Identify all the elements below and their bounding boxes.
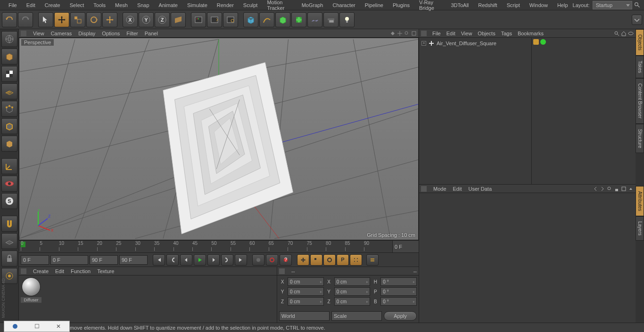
cube-primitive-button[interactable] <box>243 12 258 27</box>
mat-menu-function[interactable]: Function <box>71 268 91 274</box>
lock-icon[interactable] <box>614 186 619 192</box>
menu-redshift[interactable]: Redshift <box>473 2 502 8</box>
expand-icon[interactable]: + <box>421 41 426 46</box>
x-axis-button[interactable]: X <box>123 12 138 27</box>
lasso-tool[interactable] <box>102 12 117 27</box>
close-icon[interactable]: ✕ <box>48 323 69 330</box>
coord-sx-field[interactable]: 0 cm <box>334 277 371 286</box>
polygon-mode-button[interactable] <box>1 136 17 152</box>
material-item[interactable]: Diffuser <box>21 277 41 303</box>
home-icon[interactable] <box>621 31 627 36</box>
mat-menu-texture[interactable]: Texture <box>97 268 114 274</box>
menu-script[interactable]: Script <box>502 2 525 8</box>
menu-file[interactable]: File <box>4 2 22 8</box>
redo-button[interactable] <box>18 12 33 27</box>
menu-motiontracker[interactable]: Motion Tracker <box>262 0 297 11</box>
menu-create[interactable]: Create <box>40 2 65 8</box>
coord-mode-select[interactable]: World <box>279 311 330 321</box>
prev-frame-button[interactable] <box>180 254 192 266</box>
menu-mograph[interactable]: MoGraph <box>297 2 328 8</box>
viewport-menu-filter[interactable]: Filter <box>126 31 138 36</box>
mat-menu-create[interactable]: Create <box>33 268 49 274</box>
key-param-button[interactable]: P <box>337 254 349 266</box>
generator-button[interactable] <box>275 12 290 27</box>
next-frame-button[interactable] <box>207 254 220 266</box>
deformer-button[interactable] <box>291 12 306 27</box>
goto-start-button[interactable] <box>153 254 165 266</box>
viewport-nav-icon[interactable] <box>390 31 396 36</box>
menu-window[interactable]: Window <box>525 2 553 8</box>
menu-pipeline[interactable]: Pipeline <box>360 2 388 8</box>
tab-takes[interactable]: Takes <box>636 56 644 78</box>
lock-button[interactable] <box>1 251 17 267</box>
select-tool[interactable] <box>38 12 53 27</box>
menu-character[interactable]: Character <box>328 2 360 8</box>
rotate-tool[interactable] <box>86 12 101 27</box>
layer-tag-icon[interactable] <box>533 39 539 45</box>
visibility-tag-icon[interactable] <box>540 39 546 45</box>
point-mode-button[interactable] <box>1 101 17 117</box>
toolbar-overflow-button[interactable] <box>632 15 642 25</box>
workplane-button[interactable] <box>1 83 17 99</box>
grip-icon[interactable] <box>279 268 285 274</box>
viewport[interactable]: Perspective <box>19 38 419 240</box>
key-pla-button[interactable] <box>350 254 362 266</box>
time-start-field[interactable]: 0 F <box>21 255 49 265</box>
tab-structure[interactable]: Structure <box>636 124 644 154</box>
coord-h-field[interactable]: 0 ° <box>380 277 417 286</box>
viewport-menu-cameras[interactable]: Cameras <box>51 31 72 36</box>
obj-menu-edit[interactable]: Edit <box>446 31 455 36</box>
tab-content[interactable]: Content Browser <box>636 78 644 123</box>
layout-select[interactable]: Startup <box>593 1 632 9</box>
mat-menu-edit[interactable]: Edit <box>55 268 64 274</box>
menu-3dtoall[interactable]: 3DToAll <box>446 2 473 8</box>
record-button[interactable] <box>252 254 264 266</box>
up-icon[interactable] <box>628 186 634 192</box>
grip-icon[interactable] <box>21 31 26 36</box>
menu-sculpt[interactable]: Sculpt <box>239 2 263 8</box>
attr-menu-userdata[interactable]: User Data <box>469 186 492 192</box>
obj-menu-file[interactable]: File <box>432 31 441 36</box>
app-icon[interactable] <box>4 323 26 330</box>
tab-layers[interactable]: Layers <box>636 216 644 241</box>
tab-objects[interactable]: Objects <box>636 29 644 56</box>
search-icon[interactable] <box>634 1 640 9</box>
coord-p-field[interactable]: 0 ° <box>380 287 417 296</box>
render-region-button[interactable] <box>207 12 222 27</box>
menu-animate[interactable]: Animate <box>154 2 182 8</box>
timeline-ruler[interactable]: 051015202530354045505560657075808590 0 F <box>19 240 419 252</box>
axis-gizmo[interactable]: Y x z <box>31 209 55 233</box>
coord-system-button[interactable] <box>171 12 186 27</box>
environment-button[interactable] <box>307 12 322 27</box>
autokey-button[interactable] <box>266 254 278 266</box>
viewport-max-icon[interactable] <box>411 31 417 36</box>
menu-mesh[interactable]: Mesh <box>110 2 132 8</box>
maximize-icon[interactable]: ☐ <box>26 323 48 330</box>
menu-vray[interactable]: V-Ray Bridge <box>414 0 446 11</box>
play-button[interactable] <box>194 254 206 266</box>
viewport-zoom-icon[interactable] <box>404 31 410 36</box>
coord-sz-field[interactable]: 0 cm <box>334 297 371 306</box>
keyframe-sel-button[interactable]: ? <box>280 254 292 266</box>
grip-icon[interactable] <box>21 268 26 274</box>
object-row[interactable]: + Air_Vent_Diffuser_Square <box>421 39 530 48</box>
viewport-menu-panel[interactable]: Panel <box>145 31 158 36</box>
grip-icon[interactable] <box>421 31 427 36</box>
snap-button[interactable]: S <box>1 193 17 209</box>
time-range-to-field[interactable]: 90 F <box>90 255 118 265</box>
menu-plugins[interactable]: Plugins <box>388 2 414 8</box>
search-icon[interactable] <box>607 186 612 192</box>
spline-button[interactable] <box>259 12 274 27</box>
move-tool[interactable] <box>54 12 69 27</box>
coord-x-field[interactable]: 0 cm <box>288 277 324 286</box>
coord-space-select[interactable]: Scale <box>331 311 382 321</box>
edge-mode-button[interactable] <box>1 118 17 134</box>
menu-snap[interactable]: Snap <box>132 2 154 8</box>
coord-y-field[interactable]: 0 cm <box>288 287 324 296</box>
menu-render[interactable]: Render <box>212 2 239 8</box>
time-current-field[interactable]: 90 F <box>119 255 148 265</box>
y-axis-button[interactable]: Y <box>139 12 154 27</box>
time-range-from-field[interactable]: 0 F <box>50 255 88 265</box>
viewport-menu-display[interactable]: Display <box>78 31 95 36</box>
camera-button[interactable] <box>323 12 339 27</box>
